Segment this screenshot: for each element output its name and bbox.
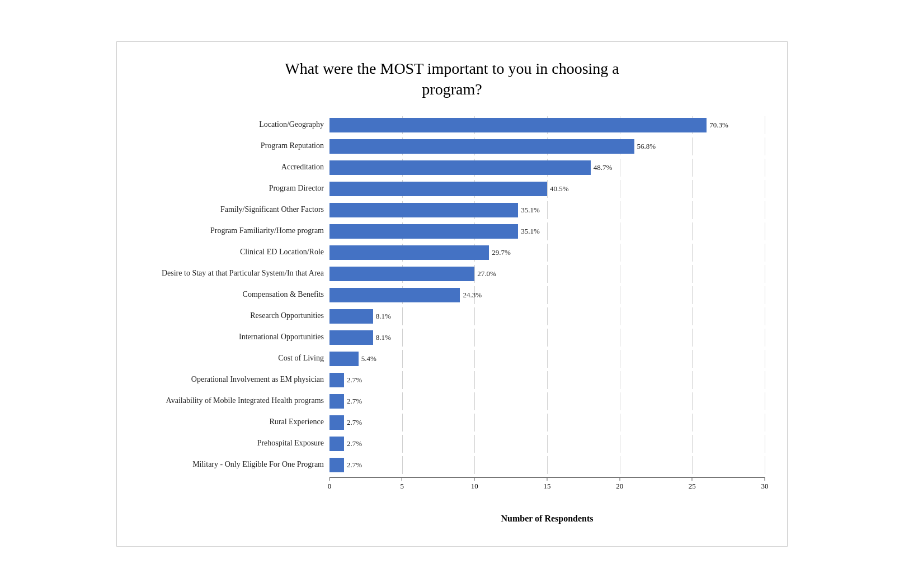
grid-line xyxy=(620,286,620,304)
grid-line xyxy=(474,350,475,368)
grid-line xyxy=(547,414,548,431)
bar-label: Research Opportunities xyxy=(139,311,329,321)
grid-line xyxy=(620,222,620,240)
grid-line xyxy=(474,435,475,453)
grid-line xyxy=(402,371,403,389)
grid-line xyxy=(692,435,693,453)
bar-fill xyxy=(329,437,344,451)
grid-line xyxy=(547,392,548,410)
grid-line xyxy=(692,414,693,431)
bar-track: 8.1% xyxy=(329,307,765,325)
grid-line xyxy=(474,456,475,474)
bar-row: Clinical ED Location/Role29.7% xyxy=(139,244,765,262)
axis-tick: 0 xyxy=(328,477,332,491)
grid-line xyxy=(620,244,620,262)
bar-label: Desire to Stay at that Particular System… xyxy=(139,269,329,278)
grid-line xyxy=(547,180,548,198)
grid-line xyxy=(765,116,765,134)
tick-label: 15 xyxy=(544,482,551,491)
tick-label: 10 xyxy=(471,482,478,491)
title-line1: What were the MOST important to you in c… xyxy=(285,60,619,77)
bar-track: 2.7% xyxy=(329,435,765,453)
bar-fill xyxy=(329,309,373,324)
grid-line xyxy=(474,329,475,347)
grid-line xyxy=(620,456,620,474)
bar-track: 24.3% xyxy=(329,286,765,304)
bar-track: 8.1% xyxy=(329,329,765,347)
bar-row: Military - Only Eligible For One Program… xyxy=(139,456,765,474)
axis-tick: 15 xyxy=(544,477,551,491)
axis-tick: 5 xyxy=(400,477,404,491)
bar-label: Family/Significant Other Factors xyxy=(139,205,329,215)
grid-line xyxy=(620,350,620,368)
chart-area: Location/Geography70.3%Program Reputatio… xyxy=(139,116,765,477)
grid-line xyxy=(547,244,548,262)
grid-line xyxy=(620,307,620,325)
grid-line xyxy=(692,350,693,368)
bar-value: 2.7% xyxy=(347,397,362,406)
bar-row: Location/Geography70.3% xyxy=(139,116,765,134)
grid-line xyxy=(620,392,620,410)
bar-fill xyxy=(329,203,518,217)
bar-fill xyxy=(329,267,474,281)
bar-label: Prehospital Exposure xyxy=(139,439,329,448)
grid-line xyxy=(547,371,548,389)
bar-row: Compensation & Benefits24.3% xyxy=(139,286,765,304)
tick-mark xyxy=(402,477,402,481)
tick-label: 20 xyxy=(616,482,623,491)
bar-label: Location/Geography xyxy=(139,120,329,130)
bar-label: Clinical ED Location/Role xyxy=(139,248,329,257)
axis-tick: 30 xyxy=(761,477,769,491)
grid-line xyxy=(765,456,765,474)
bar-value: 40.5% xyxy=(550,184,569,193)
grid-line xyxy=(692,222,693,240)
grid-line xyxy=(765,159,765,177)
bar-row: Desire to Stay at that Particular System… xyxy=(139,265,765,283)
bar-fill xyxy=(329,330,373,345)
bar-track: 29.7% xyxy=(329,244,765,262)
grid-line xyxy=(765,371,765,389)
grid-line xyxy=(620,435,620,453)
grid-line xyxy=(474,414,475,431)
bar-value: 56.8% xyxy=(637,142,656,151)
grid-line xyxy=(547,265,548,283)
tick-label: 30 xyxy=(761,482,769,491)
tick-mark xyxy=(547,477,548,481)
grid-line xyxy=(402,307,403,325)
bar-row: Cost of Living5.4% xyxy=(139,350,765,368)
grid-line xyxy=(547,201,548,219)
grid-line xyxy=(620,371,620,389)
bar-track: 2.7% xyxy=(329,456,765,474)
bar-value: 27.0% xyxy=(477,269,496,278)
bar-value: 24.3% xyxy=(463,291,482,300)
grid-line xyxy=(402,350,403,368)
bar-value: 8.1% xyxy=(376,312,391,321)
grid-line xyxy=(474,265,475,283)
grid-line xyxy=(620,265,620,283)
bar-value: 70.3% xyxy=(709,121,728,130)
grid-line xyxy=(692,371,693,389)
bar-row: Research Opportunities8.1% xyxy=(139,307,765,325)
grid-line xyxy=(402,435,403,453)
bar-row: Family/Significant Other Factors35.1% xyxy=(139,201,765,219)
tick-label: 0 xyxy=(328,482,332,491)
bar-label: Military - Only Eligible For One Program xyxy=(139,460,329,470)
tick-mark xyxy=(474,477,475,481)
bar-label: Compensation & Benefits xyxy=(139,290,329,300)
grid-line xyxy=(474,371,475,389)
grid-line xyxy=(620,201,620,219)
grid-line xyxy=(765,435,765,453)
grid-line xyxy=(402,329,403,347)
grid-line xyxy=(547,286,548,304)
bar-row: Prehospital Exposure2.7% xyxy=(139,435,765,453)
grid-line xyxy=(402,456,403,474)
bar-fill xyxy=(329,139,634,154)
bar-track: 48.7% xyxy=(329,159,765,177)
bar-value: 35.1% xyxy=(521,227,540,236)
bar-label: Program Director xyxy=(139,184,329,193)
grid-line xyxy=(765,201,765,219)
tick-label: 25 xyxy=(689,482,696,491)
bar-fill xyxy=(329,415,344,430)
bar-row: Availability of Mobile Integrated Health… xyxy=(139,392,765,410)
grid-line xyxy=(692,244,693,262)
